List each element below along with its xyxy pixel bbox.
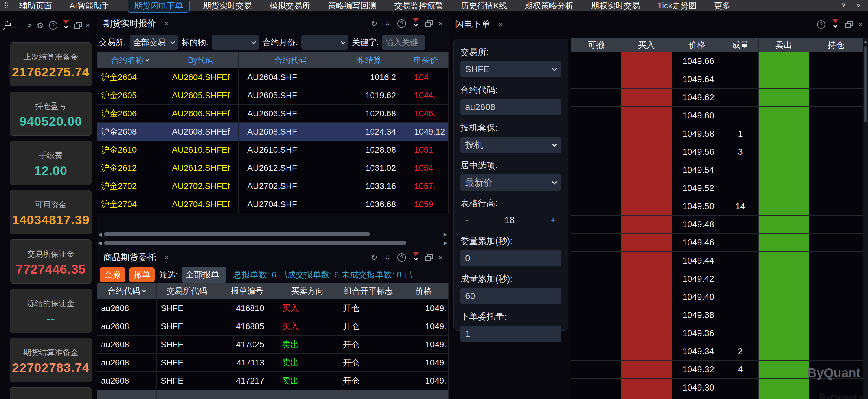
export-icon[interactable]: ⇩ — [384, 20, 391, 28]
help-icon[interactable]: ? — [49, 21, 57, 30]
refresh-icon[interactable]: ↻ — [371, 20, 377, 28]
ladder-price-cell[interactable]: 1049.60 — [672, 107, 722, 125]
ladder-price-cell[interactable]: 1049.50 — [672, 197, 722, 215]
ladder-sell-cell[interactable] — [758, 252, 809, 270]
close-tab-icon[interactable]: × — [164, 19, 169, 29]
ladder-col-header[interactable]: 价格 — [672, 38, 722, 52]
ladder-sell-cell[interactable] — [758, 234, 809, 251]
ladder-buy-cell[interactable] — [621, 161, 672, 179]
ladder-buy-cell[interactable] — [621, 52, 672, 70]
ladder-sell-cell[interactable] — [758, 161, 809, 179]
ladder-row[interactable]: 1049.54 — [571, 161, 863, 179]
ladder-sell-cell[interactable] — [758, 52, 809, 70]
ladder-cancel-cell[interactable] — [571, 270, 621, 288]
ladder-sell-cell[interactable] — [758, 89, 809, 106]
menu-overflow-icon[interactable]: ∨ » — [841, 1, 864, 9]
gear-icon[interactable]: ⚙ — [37, 22, 44, 29]
ladder-cancel-cell[interactable] — [571, 52, 621, 70]
ladder-row[interactable]: 1049.46 — [571, 234, 863, 252]
horizontal-scrollbar[interactable]: ◀ ▶ — [98, 231, 447, 238]
fill-accum-input[interactable]: 60 — [460, 288, 561, 304]
ladder-row[interactable]: 1049.48 — [571, 216, 863, 234]
ladder-sell-cell[interactable] — [758, 306, 809, 324]
quote-col-header[interactable]: 合约代码 — [239, 52, 342, 68]
ladder-price-cell[interactable]: 1049.28 — [672, 397, 722, 399]
ladder-row[interactable]: 1049.44 — [571, 252, 863, 270]
ladder-price-cell[interactable]: 1049.32 — [672, 361, 722, 378]
quote-row[interactable]: 沪金2604AU2604.SHFEfAU2604.SHF1016.2104 — [97, 68, 448, 87]
close-icon[interactable]: × — [86, 22, 90, 29]
ladder-cancel-cell[interactable] — [571, 197, 621, 215]
orders-filter-select[interactable]: 全部报单 — [182, 267, 226, 283]
ladder-buy-cell[interactable] — [621, 270, 672, 288]
ladder-sell-cell[interactable] — [758, 143, 809, 161]
ladder-cancel-cell[interactable] — [571, 379, 621, 397]
ladder-cancel-cell[interactable] — [571, 252, 621, 270]
ladder-buy-cell[interactable] — [621, 342, 672, 360]
ladder-price-cell[interactable]: 1049.54 — [672, 161, 722, 179]
order-row[interactable]: au2608SHFE417025卖出开仓1049. — [97, 336, 448, 354]
pin-icon[interactable] — [412, 252, 419, 263]
menu-item-策略编写回测[interactable]: 策略编写回测 — [328, 0, 377, 11]
restore-window-icon[interactable] — [426, 21, 432, 27]
orders-col-header[interactable]: 交易所代码 — [157, 283, 217, 299]
ladder-price-cell[interactable]: 1049.38 — [672, 306, 722, 324]
expand-arrow-icon[interactable]: > — [27, 21, 31, 30]
help-icon[interactable]: ? — [817, 20, 826, 29]
ladder-row[interactable]: 1049.5014 — [571, 197, 863, 216]
ladder-price-cell[interactable]: 1049.30 — [672, 379, 722, 397]
quote-row[interactable]: 沪金2606AU2606.SHFEfAU2606.SHF1020.681046. — [97, 104, 448, 123]
order-row[interactable]: au2608SHFE416885买入开仓1049. — [97, 317, 448, 336]
ladder-price-cell[interactable]: 1049.48 — [672, 216, 722, 233]
ladder-price-cell[interactable]: 1049.44 — [672, 252, 722, 270]
ladder-price-cell[interactable]: 1049.40 — [672, 288, 722, 306]
quote-row[interactable]: 沪金2704AU2704.SHFEfAU2704.SHF1036.681059 — [97, 195, 448, 213]
ladder-row[interactable]: 1049.52 — [571, 179, 863, 197]
order-row-partial[interactable] — [97, 390, 448, 399]
ladder-row[interactable]: 1049.64 — [571, 70, 863, 89]
help-icon[interactable]: ? — [397, 19, 406, 28]
restore-window-icon[interactable] — [74, 23, 81, 28]
ladder-row[interactable]: 1049.66 — [571, 52, 863, 70]
ladder-cancel-cell[interactable] — [571, 125, 621, 143]
ladder-cancel-cell[interactable] — [571, 89, 621, 106]
ladder-row[interactable]: 1049.42 — [571, 270, 863, 288]
quote-col-header[interactable]: 合约名称 — [97, 52, 163, 68]
ladder-cancel-cell[interactable] — [571, 70, 621, 88]
close-icon[interactable]: × — [438, 20, 443, 28]
ladder-buy-cell[interactable] — [621, 252, 672, 270]
quote-col-header[interactable]: By代码 — [163, 52, 239, 68]
ladder-cancel-cell[interactable] — [571, 107, 621, 125]
pin-icon[interactable] — [63, 20, 69, 31]
ladder-sell-cell[interactable] — [758, 197, 809, 215]
ladder-sell-cell[interactable] — [758, 324, 809, 342]
ladder-sell-cell[interactable] — [758, 179, 809, 197]
scroll-left-icon[interactable]: ◀ — [98, 240, 103, 246]
orders-col-header[interactable]: 组合开平标志 — [338, 283, 399, 299]
ladder-price-cell[interactable]: 1049.64 — [672, 70, 722, 88]
ladder-cancel-cell[interactable] — [571, 342, 621, 360]
ladder-col-header[interactable]: 可撤 — [571, 38, 621, 52]
keyword-input[interactable] — [382, 35, 425, 50]
refresh-icon[interactable]: ↻ — [371, 254, 377, 262]
ladder-buy-cell[interactable] — [621, 234, 672, 251]
ladder-row[interactable]: 1049.581 — [571, 125, 863, 143]
quote-row[interactable]: 沪金2612AU2612.SHFEfAU2612.SHF1031.021054 — [97, 159, 448, 177]
ladder-sell-cell[interactable] — [758, 107, 809, 125]
ladder-buy-cell[interactable] — [621, 379, 672, 397]
ladder-col-header[interactable]: 买入 — [621, 38, 672, 52]
quote-col-header[interactable]: 申买价 — [403, 52, 448, 68]
ladder-price-cell[interactable]: 1049.62 — [672, 89, 722, 106]
scroll-right-icon[interactable]: ▶ — [442, 240, 447, 246]
ladder-cancel-cell[interactable] — [571, 161, 621, 179]
ladder-buy-cell[interactable] — [621, 107, 672, 125]
ladder-cancel-cell[interactable] — [571, 179, 621, 197]
ladder-cancel-cell[interactable] — [571, 361, 621, 378]
close-icon[interactable]: × — [438, 254, 443, 262]
plus-button[interactable]: + — [550, 215, 556, 226]
ladder-col-header[interactable]: 卖出 — [758, 38, 809, 52]
ladder-price-cell[interactable]: 1049.42 — [672, 270, 722, 288]
ladder-price-cell[interactable]: 1049.36 — [672, 324, 722, 342]
ladder-price-cell[interactable]: 1049.52 — [672, 179, 722, 197]
ladder-price-cell[interactable]: 1049.34 — [672, 342, 722, 360]
